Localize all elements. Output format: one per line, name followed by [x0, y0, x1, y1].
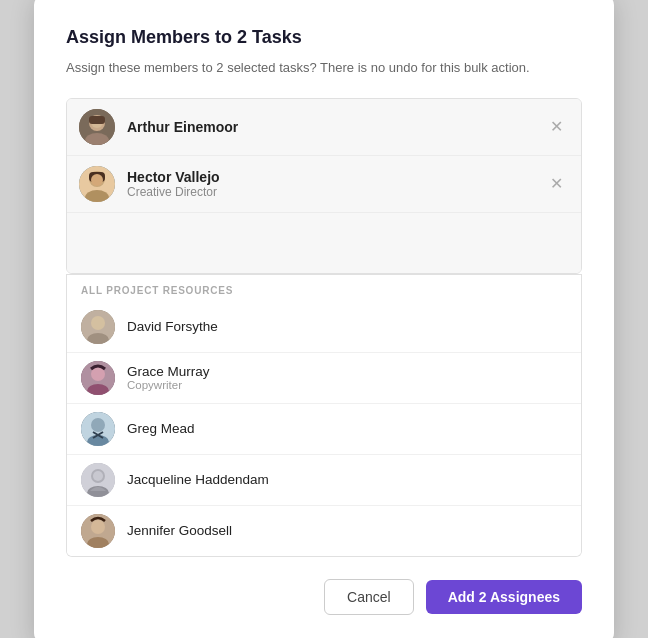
resource-info-david: David Forsythe: [127, 319, 218, 334]
member-name-arthur: Arthur Einemoor: [127, 119, 544, 135]
member-info-arthur: Arthur Einemoor: [127, 119, 544, 135]
member-role-hector: Creative Director: [127, 185, 544, 199]
resource-name-jennifer: Jennifer Goodsell: [127, 523, 232, 538]
modal-footer: Cancel Add 2 Assignees: [66, 579, 582, 615]
avatar-grace: [81, 361, 115, 395]
resource-role-grace: Copywriter: [127, 379, 210, 391]
resource-info-jennifer: Jennifer Goodsell: [127, 523, 232, 538]
avatar-jacqueline: [81, 463, 115, 497]
resource-name-david: David Forsythe: [127, 319, 218, 334]
avatar-arthur: [79, 109, 115, 145]
cancel-button[interactable]: Cancel: [324, 579, 414, 615]
modal-description: Assign these members to 2 selected tasks…: [66, 58, 582, 78]
resource-name-greg: Greg Mead: [127, 421, 195, 436]
selected-panel-empty-space: [67, 213, 581, 273]
resource-info-jacqueline: Jacqueline Haddendam: [127, 472, 269, 487]
avatar-david: [81, 310, 115, 344]
remove-arthur-button[interactable]: ✕: [544, 115, 569, 138]
modal-title: Assign Members to 2 Tasks: [66, 27, 582, 48]
add-assignees-button[interactable]: Add 2 Assignees: [426, 580, 582, 614]
svg-point-11: [91, 316, 105, 330]
resource-item-jennifer[interactable]: Jennifer Goodsell: [67, 506, 581, 556]
selected-member-hector: Hector Vallejo Creative Director ✕: [67, 156, 581, 213]
selected-members-panel: Arthur Einemoor ✕ Hector Vallejo Creativ…: [66, 98, 582, 274]
svg-point-24: [93, 471, 103, 481]
resource-info-grace: Grace Murray Copywriter: [127, 364, 210, 391]
member-info-hector: Hector Vallejo Creative Director: [127, 169, 544, 199]
resource-item-jacqueline[interactable]: Jacqueline Haddendam: [67, 455, 581, 506]
resource-name-jacqueline: Jacqueline Haddendam: [127, 472, 269, 487]
resource-item-greg[interactable]: Greg Mead: [67, 404, 581, 455]
modal: Assign Members to 2 Tasks Assign these m…: [34, 0, 614, 638]
resource-item-grace[interactable]: Grace Murray Copywriter: [67, 353, 581, 404]
resource-item-david[interactable]: David Forsythe: [67, 302, 581, 353]
svg-rect-4: [89, 116, 105, 124]
remove-hector-button[interactable]: ✕: [544, 172, 569, 195]
avatar-greg: [81, 412, 115, 446]
avatar-hector: [79, 166, 115, 202]
svg-point-9: [91, 174, 103, 186]
svg-point-26: [91, 520, 105, 534]
member-name-hector: Hector Vallejo: [127, 169, 544, 185]
avatar-jennifer: [81, 514, 115, 548]
resource-info-greg: Greg Mead: [127, 421, 195, 436]
selected-member-arthur: Arthur Einemoor ✕: [67, 99, 581, 156]
resources-section: ALL PROJECT RESOURCES David Forsythe: [66, 274, 582, 557]
resources-header: ALL PROJECT RESOURCES: [67, 274, 581, 302]
resource-name-grace: Grace Murray: [127, 364, 210, 379]
svg-point-17: [91, 418, 105, 432]
